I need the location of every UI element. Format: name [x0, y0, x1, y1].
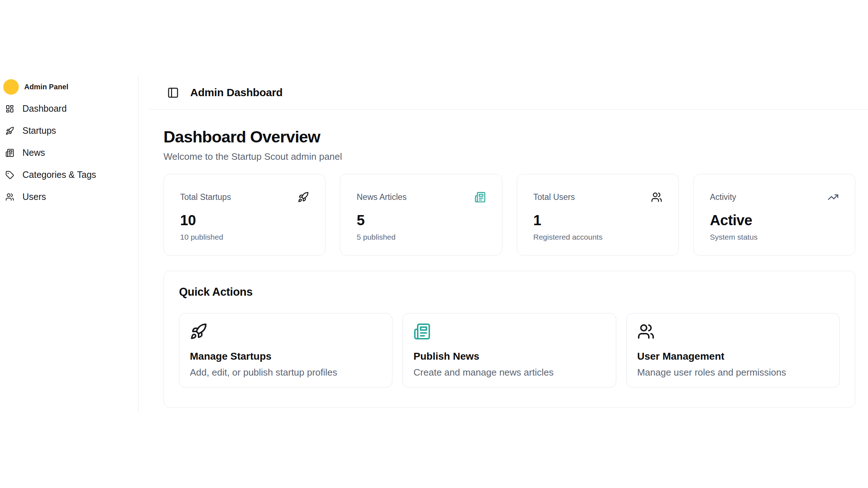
sidebar-item-startups[interactable]: Startups [5, 120, 138, 142]
trending-up-icon [827, 192, 839, 203]
quick-actions-panel: Quick Actions Manage Startups Add, edit,… [163, 271, 855, 408]
stat-caption: 10 published [180, 233, 309, 241]
page-subtitle: Welcome to the Startup Scout admin panel [163, 151, 855, 162]
tag-icon [5, 171, 14, 179]
layout-dashboard-icon [5, 104, 14, 113]
sidebar-item-label: News [22, 147, 45, 158]
sidebar-item-users[interactable]: Users [5, 186, 138, 208]
stat-label: Total Startups [180, 192, 231, 202]
brand-label: Admin Panel [24, 83, 68, 91]
sidebar-brand: Admin Panel [3, 78, 138, 95]
action-title: User Management [637, 351, 829, 362]
stat-caption: System status [710, 233, 839, 241]
brand-logo-circle [3, 79, 19, 95]
users-icon [637, 323, 655, 340]
newspaper-icon [5, 149, 14, 157]
action-card-publish-news[interactable]: Publish News Create and manage news arti… [403, 313, 616, 388]
action-card-user-management[interactable]: User Management Manage user roles and pe… [626, 313, 840, 388]
sidebar-item-label: Users [22, 192, 46, 202]
sidebar-item-categories-tags[interactable]: Categories & Tags [5, 164, 138, 186]
rocket-icon [5, 127, 14, 135]
stat-label: Total Users [533, 192, 575, 202]
sidebar-item-label: Dashboard [22, 103, 67, 114]
action-description: Create and manage news articles [413, 367, 605, 378]
action-description: Manage user roles and permissions [637, 367, 829, 378]
stat-label: Activity [710, 192, 736, 202]
stat-card-news-articles: News Articles 5 5 published [340, 174, 502, 256]
stat-caption: Registered accounts [533, 233, 662, 241]
main-area: Admin Dashboard Dashboard Overview Welco… [149, 76, 868, 412]
action-title: Publish News [413, 351, 605, 362]
action-card-manage-startups[interactable]: Manage Startups Add, edit, or publish st… [179, 313, 392, 388]
header-title: Admin Dashboard [190, 86, 282, 99]
users-icon [5, 193, 14, 201]
action-title: Manage Startups [190, 351, 382, 362]
stat-card-total-startups: Total Startups 10 10 published [163, 174, 326, 256]
users-icon [651, 192, 662, 203]
stat-card-total-users: Total Users 1 Registered accounts [517, 174, 679, 256]
sidebar-item-dashboard[interactable]: Dashboard [5, 98, 138, 120]
stat-value: 1 [533, 212, 662, 228]
panel-left-icon[interactable] [167, 87, 179, 99]
stat-value: Active [710, 212, 839, 228]
stat-label: News Articles [357, 192, 407, 202]
sidebar-item-label: Categories & Tags [22, 170, 96, 180]
rocket-icon [190, 323, 207, 340]
newspaper-icon [413, 323, 431, 340]
sidebar-item-news[interactable]: News [5, 142, 138, 164]
stat-caption: 5 published [357, 233, 485, 241]
sidebar: Admin Panel Dashboard Startups News Cate… [0, 76, 139, 412]
page-content: Dashboard Overview Welcome to the Startu… [163, 128, 855, 408]
stat-card-activity: Activity Active System status [693, 174, 855, 256]
top-header: Admin Dashboard [149, 76, 868, 110]
admin-app: Admin Panel Dashboard Startups News Cate… [0, 76, 868, 412]
quick-actions-title: Quick Actions [179, 286, 840, 299]
stats-grid: Total Startups 10 10 published News Arti… [163, 174, 855, 256]
rocket-icon [298, 192, 309, 203]
stat-value: 10 [180, 212, 309, 228]
page-title: Dashboard Overview [163, 128, 855, 146]
newspaper-icon [475, 192, 486, 203]
quick-actions-grid: Manage Startups Add, edit, or publish st… [179, 313, 840, 388]
sidebar-item-label: Startups [22, 125, 56, 136]
action-description: Add, edit, or publish startup profiles [190, 367, 382, 378]
stat-value: 5 [357, 212, 485, 228]
sidebar-nav: Dashboard Startups News Categories & Tag… [5, 98, 138, 208]
